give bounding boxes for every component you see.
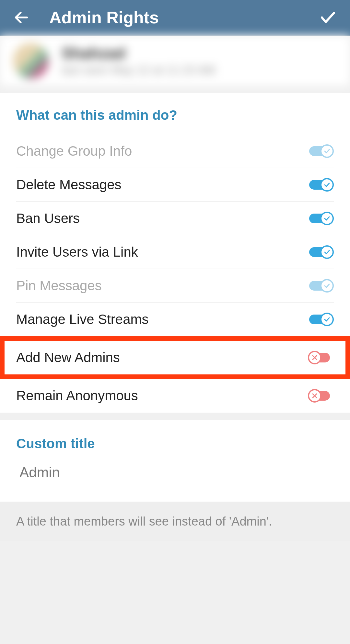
permission-row: Add New Admins: [16, 341, 334, 374]
avatar: [13, 43, 49, 79]
x-icon: [308, 351, 321, 364]
toggle[interactable]: [308, 389, 334, 403]
confirm-icon[interactable]: [319, 8, 337, 27]
permission-row: Pin Messages: [16, 269, 334, 303]
permission-label: Ban Users: [16, 211, 80, 226]
permission-label: Delete Messages: [16, 177, 122, 193]
section-gap: [0, 86, 350, 93]
check-icon: [320, 212, 334, 225]
custom-title-section: Custom title: [0, 420, 350, 502]
back-icon[interactable]: [13, 9, 30, 26]
permission-row: Manage Live Streams: [16, 303, 334, 336]
custom-title-note: A title that members will see instead of…: [0, 502, 350, 541]
check-icon: [320, 313, 334, 326]
permission-row: Ban Users: [16, 202, 334, 235]
permission-label: Manage Live Streams: [16, 312, 149, 327]
permission-row: Remain Anonymous: [16, 379, 334, 413]
x-icon: [308, 389, 321, 403]
permission-label: Invite Users via Link: [16, 244, 138, 260]
permission-row: Invite Users via Link: [16, 235, 334, 269]
check-icon: [320, 144, 334, 158]
permission-row: Change Group Info: [16, 134, 334, 168]
permission-label: Pin Messages: [16, 278, 102, 294]
toggle[interactable]: [308, 144, 334, 158]
check-icon: [320, 279, 334, 293]
page-title: Admin Rights: [49, 8, 319, 27]
toggle[interactable]: [308, 279, 334, 293]
toggle[interactable]: [308, 245, 334, 259]
custom-title-header: Custom title: [16, 436, 334, 455]
highlighted-permission: Add New Admins: [0, 336, 350, 379]
check-icon: [320, 178, 334, 192]
permission-label: Remain Anonymous: [16, 388, 138, 404]
toggle[interactable]: [308, 212, 334, 225]
toggle[interactable]: [308, 351, 334, 364]
check-icon: [320, 245, 334, 259]
section-gap: [0, 413, 350, 420]
custom-title-input[interactable]: [16, 455, 334, 492]
profile-name: Shahzad: [62, 44, 215, 62]
permissions-section: What can this admin do? Change Group Inf…: [0, 93, 350, 413]
permission-label: Add New Admins: [16, 350, 120, 365]
toggle[interactable]: [308, 178, 334, 192]
permission-label: Change Group Info: [16, 143, 132, 159]
permission-row: Delete Messages: [16, 168, 334, 202]
profile-status: last seen May 12 at 11:15 AM: [62, 63, 215, 77]
permissions-header: What can this admin do?: [16, 93, 334, 134]
toggle[interactable]: [308, 313, 334, 326]
profile-section[interactable]: Shahzad last seen May 12 at 11:15 AM: [0, 36, 350, 86]
app-header: Admin Rights: [0, 0, 350, 36]
